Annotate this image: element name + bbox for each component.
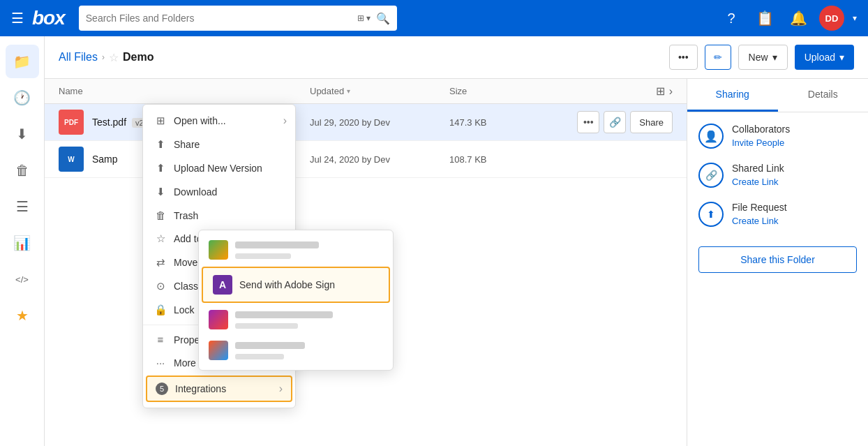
search-input[interactable]: [86, 13, 352, 24]
sidebar-item-dev[interactable]: </>: [6, 262, 39, 296]
context-menu-download[interactable]: ⬇ Download: [143, 180, 295, 204]
context-menu-trash[interactable]: 🗑 Trash: [143, 204, 295, 227]
notifications-icon[interactable]: 🔔: [786, 6, 811, 31]
context-menu-open-with[interactable]: ⊞ Open with...: [143, 109, 295, 133]
upload-icon: ⬆: [154, 162, 167, 174]
file-request-icon: ⬆: [698, 202, 724, 227]
download-icon: ⬇: [154, 186, 167, 198]
adobe-sign-label: Send with Adobe Sign: [239, 279, 335, 290]
create-shared-link[interactable]: Create Link: [732, 177, 778, 187]
file-icon-docx: W: [59, 147, 84, 172]
task-button[interactable]: ✏: [705, 45, 731, 70]
context-menu-download-label: Download: [174, 186, 217, 198]
submenu-blurred-item-1[interactable]: [199, 235, 393, 265]
file-size: 147.3 KB: [449, 117, 533, 128]
file-request-title: File Request: [732, 202, 857, 213]
panel-content: 👤 Collaborators Invite People 🔗 Shared L…: [687, 112, 868, 284]
blurred-icon-2: [209, 310, 228, 329]
upload-chevron-icon: ▾: [839, 52, 844, 63]
star-icon: ☆: [154, 232, 167, 245]
more-options-button[interactable]: •••: [669, 45, 698, 70]
integrations-badge: 5: [156, 382, 168, 395]
submenu-blurred-item-2[interactable]: [199, 304, 393, 335]
table-row[interactable]: W Samp Jul 24, 2020 by Dev 108.7 KB: [45, 141, 687, 178]
hamburger-icon[interactable]: ☰: [11, 10, 24, 27]
user-avatar[interactable]: DD: [819, 6, 844, 31]
tab-sharing[interactable]: Sharing: [687, 79, 778, 112]
main-layout: 📁 🕐 ⬇ 🗑 ☰ 📊 </> ★ All Files › ☆ Demo •••…: [0, 36, 868, 446]
submenu-adobe-sign[interactable]: A Send with Adobe Sign: [202, 267, 390, 303]
more-actions-icon: ···: [154, 357, 167, 369]
file-icon-pdf: PDF: [59, 110, 84, 135]
expand-view-button[interactable]: ›: [669, 85, 673, 98]
context-menu-lock-label: Lock: [174, 304, 195, 315]
sidebar-item-starred[interactable]: ★: [6, 299, 39, 332]
help-icon[interactable]: ?: [719, 6, 744, 31]
avatar-chevron[interactable]: ▾: [853, 13, 857, 23]
blurred-text-1: [235, 241, 319, 259]
classify-icon: ⊙: [154, 280, 167, 292]
sidebar-item-analytics[interactable]: 📊: [6, 226, 39, 260]
sidebar-item-downloads[interactable]: ⬇: [6, 117, 39, 151]
grid-view-button[interactable]: ⊞: [656, 84, 665, 98]
create-file-request-link[interactable]: Create Link: [732, 216, 778, 226]
file-updated: Jul 24, 2020 by Dev: [310, 154, 449, 165]
search-icon[interactable]: 🔍: [376, 12, 390, 25]
file-size: 108.7 KB: [449, 154, 533, 165]
favorite-star-icon[interactable]: ☆: [109, 51, 119, 64]
invite-people-link[interactable]: Invite People: [732, 137, 784, 148]
file-share-button[interactable]: Share: [630, 111, 673, 133]
file-updated: Jul 29, 2020 by Dev: [310, 117, 449, 128]
share-folder-button[interactable]: Share this Folder: [698, 246, 857, 273]
context-menu-trash-label: Trash: [174, 210, 198, 221]
context-menu-share-label: Share: [174, 139, 200, 150]
panel-tabs: Sharing Details: [687, 79, 868, 112]
col-updated-header[interactable]: Updated ▾: [310, 86, 449, 96]
new-button[interactable]: New ▾: [738, 45, 788, 70]
blurred-text-2: [235, 311, 333, 329]
move-icon: ⇄: [154, 256, 167, 269]
context-menu-upload-label: Upload New Version: [174, 163, 262, 174]
upload-button[interactable]: Upload ▾: [795, 45, 854, 70]
breadcrumb-current: Demo: [123, 51, 154, 64]
breadcrumb-all-files[interactable]: All Files: [59, 51, 98, 64]
upload-label: Upload: [805, 52, 835, 63]
context-menu-open-with-label: Open with...: [174, 115, 226, 126]
file-list: Name Updated ▾ Size ⊞ › PDF: [45, 79, 687, 446]
box-logo: box: [32, 7, 65, 29]
main-content: All Files › ☆ Demo ••• ✏ New ▾ Upload ▾: [45, 36, 868, 446]
blurred-icon-1: [209, 240, 228, 260]
table-header: Name Updated ▾ Size ⊞ ›: [45, 79, 687, 104]
context-menu-integrations[interactable]: 5 Integrations: [146, 376, 292, 402]
collaborators-icon: 👤: [698, 124, 724, 149]
context-menu-share[interactable]: ⬆ Share: [143, 133, 295, 156]
table-row[interactable]: PDF Test.pdf v2 Jul 29, 2020 by Dev 147.…: [45, 104, 687, 141]
col-actions-header: ⊞ ›: [533, 84, 673, 98]
dots-icon: •••: [678, 52, 689, 63]
sidebar-item-recent[interactable]: 🕐: [6, 81, 39, 114]
breadcrumb: All Files › ☆ Demo: [59, 51, 662, 64]
submenu-blurred-item-3[interactable]: [199, 335, 393, 366]
sidebar-item-files[interactable]: 📁: [6, 45, 39, 78]
right-panel: Sharing Details 👤 Collaborators Invite P…: [687, 79, 868, 446]
sidebar-item-trash[interactable]: 🗑: [6, 154, 39, 187]
sidebar-item-tasks[interactable]: ☰: [6, 190, 39, 223]
share-icon: ⬆: [154, 138, 167, 151]
panel-section-file-request: ⬆ File Request Create Link: [698, 202, 857, 227]
file-area: Name Updated ▾ Size ⊞ › PDF: [45, 79, 868, 446]
context-menu-upload-new-version[interactable]: ⬆ Upload New Version: [143, 156, 295, 180]
panel-section-collaborators: 👤 Collaborators Invite People: [698, 124, 857, 149]
new-chevron-icon: ▾: [772, 52, 777, 63]
panel-section-shared-link: 🔗 Shared Link Create Link: [698, 163, 857, 188]
file-link-button[interactable]: 🔗: [604, 111, 626, 133]
filter-icon[interactable]: ⊞ ▾: [357, 13, 371, 23]
open-with-icon: ⊞: [154, 114, 167, 127]
file-more-button[interactable]: •••: [577, 111, 599, 133]
notes-icon[interactable]: 📋: [752, 6, 777, 31]
file-actions: ••• 🔗 Share: [533, 111, 673, 133]
tab-details[interactable]: Details: [778, 79, 869, 112]
top-navigation: ☰ box ⊞ ▾ 🔍 ? 📋 🔔 DD ▾: [0, 0, 868, 36]
adobe-sign-icon: A: [213, 275, 232, 295]
toolbar: All Files › ☆ Demo ••• ✏ New ▾ Upload ▾: [45, 36, 868, 79]
trash-icon: 🗑: [154, 209, 167, 221]
